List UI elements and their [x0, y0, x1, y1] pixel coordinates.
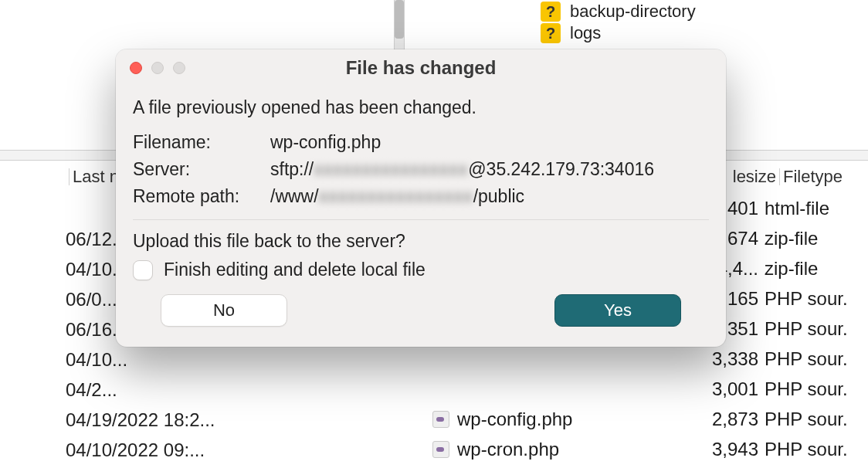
date-cell: 04/19/2022 18:2...	[66, 405, 215, 435]
php-file-icon	[432, 441, 449, 458]
finish-editing-checkbox[interactable]	[133, 260, 153, 280]
date-cell: 04/10/2022 09:...	[66, 435, 215, 465]
dir-name: logs	[570, 23, 601, 43]
server-value: sftp://xxxxxxxxxxxxxxxx@35.242.179.73:34…	[270, 156, 709, 183]
table-row[interactable]: wp-config.php2,873PHP sour.	[432, 404, 868, 434]
col-filesize[interactable]: lesize	[733, 167, 776, 187]
dir-name: backup-directory	[570, 2, 696, 22]
redacted-text: xxxxxxxxxxxxxxxx	[319, 186, 473, 207]
file-info-table: Filename: wp-config.php Server: sftp://x…	[133, 129, 709, 210]
remote-path-label: Remote path:	[133, 183, 270, 210]
redacted-text: xxxxxxxxxxxxxxxx	[314, 159, 468, 180]
upload-question: Upload this file back to the server?	[133, 231, 709, 252]
file-changed-dialog: File has changed A file previously opene…	[116, 49, 726, 347]
minimize-window-button	[151, 62, 164, 74]
col-last-modified[interactable]: Last n	[73, 167, 119, 187]
finish-editing-label: Finish editing and delete local file	[164, 259, 426, 280]
remote-path-value: /www/xxxxxxxxxxxxxxxx/public	[270, 183, 709, 210]
dialog-message: A file previously opened has been change…	[133, 97, 709, 118]
zoom-window-button	[173, 62, 185, 74]
col-filetype[interactable]: Filetype	[783, 167, 868, 187]
table-row[interactable]: wp-cron.php3,943PHP sour.	[432, 434, 868, 464]
dialog-title: File has changed	[116, 57, 726, 79]
server-label: Server:	[133, 156, 270, 183]
yes-button[interactable]: Yes	[554, 294, 681, 327]
divider	[133, 219, 709, 220]
filename-label: Filename:	[133, 129, 270, 156]
table-row: 3,001PHP sour.	[432, 374, 868, 404]
php-file-icon	[432, 411, 449, 428]
date-cell: 04/10...	[66, 344, 215, 375]
no-button[interactable]: No	[161, 294, 287, 327]
unknown-folder-icon: ?	[541, 23, 561, 43]
date-cell: 04/2...	[66, 375, 215, 405]
dialog-titlebar: File has changed	[116, 49, 726, 86]
background-dir-list: ?backup-directory ?logs	[541, 0, 696, 45]
unknown-folder-icon: ?	[541, 2, 561, 22]
close-window-button[interactable]	[130, 62, 142, 74]
filename-value: wp-config.php	[270, 129, 709, 156]
table-row: 3,338PHP sour.	[432, 344, 868, 374]
